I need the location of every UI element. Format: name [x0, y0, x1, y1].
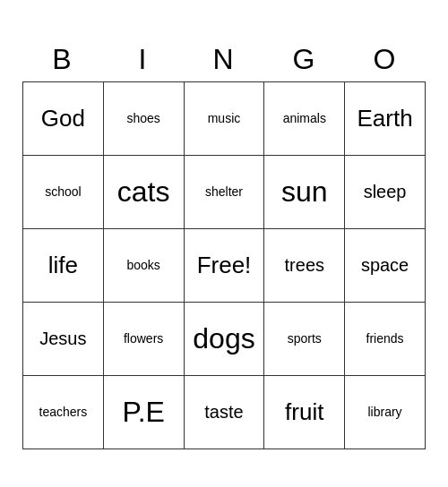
bingo-cell: sun [264, 155, 345, 228]
bingo-cell: friends [345, 302, 426, 375]
bingo-cell: school [23, 155, 104, 228]
bingo-cell: dogs [184, 302, 264, 375]
bingo-cell: trees [264, 228, 345, 302]
header-letter: G [264, 38, 345, 81]
table-row: Jesusflowersdogssportsfriends [23, 302, 426, 375]
bingo-header: BINGO [22, 38, 426, 81]
header-letter: I [103, 38, 184, 81]
bingo-cell: sports [264, 302, 345, 375]
bingo-cell: life [23, 228, 104, 302]
table-row: GodshoesmusicanimalsEarth [23, 81, 426, 155]
bingo-cell: Earth [345, 81, 426, 155]
header-letter: O [345, 38, 426, 81]
bingo-cell: Jesus [23, 302, 104, 375]
bingo-cell: flowers [103, 302, 184, 375]
table-row: teachersP.Etastefruitlibrary [23, 375, 426, 449]
bingo-cell: P.E [103, 375, 184, 449]
bingo-card: BINGO GodshoesmusicanimalsEarthschoolcat… [22, 38, 426, 449]
header-letter: N [184, 38, 264, 81]
table-row: schoolcatssheltersunsleep [23, 155, 426, 228]
bingo-cell: shelter [184, 155, 264, 228]
bingo-cell: animals [264, 81, 345, 155]
bingo-cell: space [345, 228, 426, 302]
table-row: lifebooksFree!treesspace [23, 228, 426, 302]
bingo-cell: Free! [184, 228, 264, 302]
bingo-cell: taste [184, 375, 264, 449]
bingo-cell: fruit [264, 375, 345, 449]
bingo-cell: teachers [23, 375, 104, 449]
bingo-cell: books [103, 228, 184, 302]
bingo-cell: shoes [103, 81, 184, 155]
bingo-cell: music [184, 81, 264, 155]
bingo-grid: GodshoesmusicanimalsEarthschoolcatsshelt… [22, 81, 426, 449]
bingo-cell: God [23, 81, 104, 155]
bingo-cell: cats [103, 155, 184, 228]
header-letter: B [22, 38, 103, 81]
bingo-cell: sleep [345, 155, 426, 228]
bingo-cell: library [345, 375, 426, 449]
